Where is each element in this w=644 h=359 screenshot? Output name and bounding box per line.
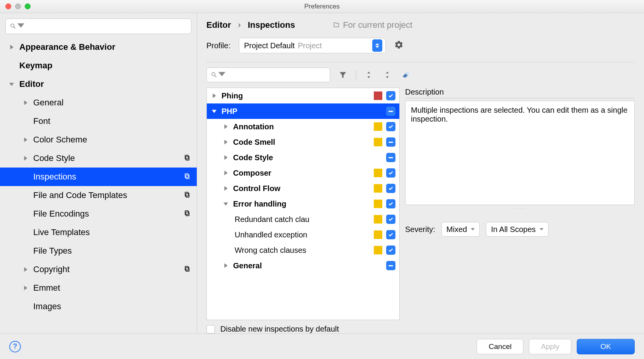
inspection-checkbox[interactable] [386,91,395,100]
project-icon [333,22,340,29]
reset-button[interactable] [400,69,412,81]
sidebar-item-label: Copyright [33,264,70,274]
sidebar-item-live-templates[interactable]: Live Templates [0,223,197,242]
sidebar-item-label: Color Scheme [33,135,87,145]
inspection-label: Phing [221,91,374,100]
svg-rect-2 [186,175,189,179]
collapse-all-button[interactable] [382,69,393,81]
inspection-checkbox[interactable] [386,184,395,193]
sidebar-item-file-types[interactable]: File Types [0,242,197,260]
sidebar-item-editor[interactable]: Editor [0,75,197,93]
inspection-checkbox[interactable] [386,215,395,224]
copy-icon [184,190,191,200]
scope-label: For current project [343,20,412,30]
disable-new-inspections-checkbox[interactable] [206,325,215,334]
inspection-checkbox[interactable] [386,230,395,239]
divider [206,62,635,62]
expand-all-button[interactable] [363,69,375,81]
dialog-footer: ? Cancel Apply OK [0,334,644,359]
breadcrumb-editor: Editor [206,20,231,30]
inspection-row-unhandled-exception[interactable]: Unhandled exception [207,227,399,242]
inspection-checkbox[interactable] [386,261,395,270]
svg-rect-4 [186,193,189,197]
inspection-row-phing[interactable]: Phing [207,88,399,103]
inspection-checkbox[interactable] [386,199,395,208]
filter-icon [339,71,347,79]
scope-select[interactable]: In All Scopes [486,222,549,237]
sidebar-item-file-encodings[interactable]: File Encodings [0,205,197,223]
titlebar: Preferences [0,0,644,13]
sidebar-item-emmet[interactable]: Emmet [0,279,197,297]
sidebar-item-label: Code Style [33,153,75,163]
inspection-row-code-smell[interactable]: Code Smell [207,134,399,150]
sidebar-item-color-scheme[interactable]: Color Scheme [0,130,197,149]
profile-suffix: Project [298,41,322,50]
copy-icon [184,264,191,274]
inspection-checkbox[interactable] [386,107,395,116]
inspection-checkbox[interactable] [386,137,395,147]
collapse-icon [383,71,392,79]
sidebar-item-label: Appearance & Behavior [19,42,115,52]
profile-settings-button[interactable] [394,40,404,51]
help-button[interactable]: ? [9,341,21,352]
inspection-toolbar [206,68,635,82]
svg-rect-5 [185,192,188,196]
inspection-checkbox[interactable] [386,153,395,162]
resize-grip[interactable]: ∙∙∙∙∙∙ [405,206,635,211]
sidebar-item-keymap[interactable]: Keymap [0,56,197,75]
chevron-right-icon: › [238,20,241,30]
svg-rect-8 [186,268,189,271]
sidebar-item-label: File and Code Templates [33,190,127,200]
severity-select[interactable]: Mixed [441,222,480,237]
sidebar-item-general[interactable]: General [0,93,197,112]
inspection-row-code-style[interactable]: Code Style [207,150,399,165]
sidebar-item-images[interactable]: Images [0,297,197,316]
breadcrumb: Editor › Inspections For current project [206,20,635,30]
cancel-button[interactable]: Cancel [477,339,523,354]
filter-button[interactable] [337,69,349,81]
severity-swatch [374,169,382,177]
svg-rect-0 [186,156,189,160]
sidebar-search-input[interactable] [5,19,191,34]
chevron-down-icon [17,22,24,31]
sidebar-item-inspections[interactable]: Inspections [0,168,197,186]
sidebar-item-file-and-code-templates[interactable]: File and Code Templates [0,186,197,205]
apply-button[interactable]: Apply [529,339,571,354]
inspection-row-wrong-catch-clauses[interactable]: Wrong catch clauses [207,242,399,258]
sidebar-item-code-style[interactable]: Code Style [0,149,197,168]
inspection-row-error-handling[interactable]: Error handling [207,196,399,212]
severity-swatch [374,91,382,100]
inspection-row-control-flow[interactable]: Control Flow [207,181,399,196]
profile-value: Project Default [244,41,295,50]
severity-swatch [374,122,382,131]
inspection-row-general[interactable]: General [207,258,399,273]
inspection-row-php[interactable]: PHP [207,103,399,119]
profile-select[interactable]: Project Default Project [239,38,386,53]
profile-label: Profile: [206,41,230,50]
inspection-label: Error handling [233,200,374,208]
svg-rect-9 [185,266,188,270]
sidebar-item-label: Emmet [33,283,60,293]
severity-swatch [374,246,382,254]
inspection-row-redundant-catch-clau[interactable]: Redundant catch clau [207,212,399,227]
inspection-checkbox[interactable] [386,122,395,131]
inspection-label: Composer [233,169,374,178]
ok-button[interactable]: OK [577,339,635,354]
chevron-down-icon [471,228,475,230]
sidebar-item-label: General [33,98,63,108]
inspection-row-annotation[interactable]: Annotation [207,119,399,134]
sidebar-item-appearance-behavior[interactable]: Appearance & Behavior [0,38,197,56]
sidebar-item-copyright[interactable]: Copyright [0,260,197,279]
severity-label: Severity: [405,225,435,234]
inspection-label: Annotation [233,122,374,131]
inspection-search-input[interactable] [206,68,330,82]
inspection-row-composer[interactable]: Composer [207,165,399,181]
inspection-checkbox[interactable] [386,246,395,255]
sidebar-item-label: Font [33,116,50,126]
sidebar-item-font[interactable]: Font [0,112,197,130]
separator [356,70,356,80]
svg-rect-7 [185,211,188,215]
inspection-tree: PhingPHPAnnotationCode SmellCode StyleCo… [206,88,400,320]
inspection-label: Code Style [233,153,374,162]
inspection-checkbox[interactable] [386,168,395,178]
